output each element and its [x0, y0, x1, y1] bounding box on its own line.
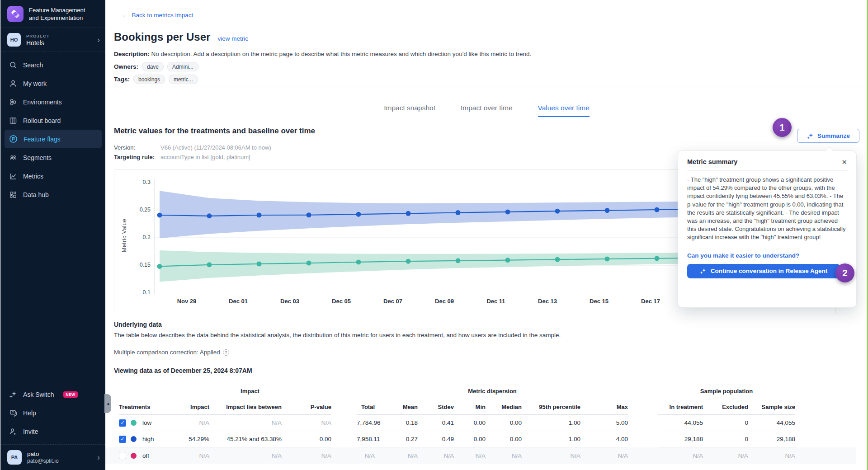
project-switcher[interactable]: HO PROJECT Hotels ›: [1, 28, 105, 52]
sidebar-item-label: Help: [23, 409, 36, 417]
column-header: P-value: [282, 404, 331, 410]
table-cell: 0.41: [418, 419, 454, 426]
table-cell: 54.29%: [169, 436, 209, 442]
table-cell: 44,055: [748, 419, 795, 426]
split-logo-icon: [7, 6, 24, 22]
table-cell: 0.00: [486, 436, 522, 442]
table-row-off: offN/AN/AN/AN/AN/AN/AN/AN/AN/AN/AN/AN/AN…: [105, 447, 856, 464]
tag-chip[interactable]: metric...: [169, 75, 198, 84]
treatment-checkbox[interactable]: [119, 452, 126, 459]
y-tick-label: 0.25: [132, 207, 151, 213]
treatment-name: high: [142, 436, 154, 442]
annotation-step-1-badge: 1: [773, 118, 792, 137]
table-cell: N/A: [454, 452, 486, 459]
viewing-data-timestamp: Viewing data as of December 25, 2024 8:0…: [114, 367, 252, 374]
sparkle-icon: [807, 132, 814, 140]
close-icon[interactable]: ✕: [841, 159, 847, 165]
sidebar-collapse-handle[interactable]: ◂: [104, 394, 111, 413]
tab-impact-over-time[interactable]: Impact over time: [461, 104, 513, 117]
user-menu[interactable]: PA pato pato@split.io ›: [1, 444, 105, 470]
version-label: Version:: [114, 144, 135, 151]
back-link[interactable]: ← Back to metrics impact: [122, 12, 193, 19]
y-tick-label: 0.3: [132, 179, 151, 185]
table-cell: 5.00: [580, 419, 628, 426]
tab-impact-snapshot[interactable]: Impact snapshot: [384, 104, 435, 117]
user-icon: [9, 80, 17, 88]
sidebar-item-my-work[interactable]: My work: [1, 74, 105, 93]
page-title: Bookings per User: [114, 31, 210, 43]
user-email: pato@split.io: [27, 458, 59, 464]
treatment-checkbox[interactable]: ✓: [119, 419, 126, 427]
continue-conversation-button[interactable]: Continue conversation in Release Agent: [687, 264, 840, 278]
description-text: No description. Add a description on the…: [151, 51, 532, 57]
table-cell: N/A: [486, 452, 522, 459]
description-row: Description: No description. Add a descr…: [114, 51, 531, 57]
tab-values-over-time[interactable]: Values over time: [538, 104, 590, 117]
table-cell: 0: [703, 436, 748, 442]
table-cell: 29,188: [658, 436, 703, 442]
sidebar-item-invite[interactable]: Invite: [1, 422, 105, 441]
treatment-name: low: [142, 419, 151, 426]
sidebar-item-rollout-board[interactable]: Rollout board: [1, 111, 105, 130]
table-cell: N/A: [282, 452, 331, 459]
annotation-step-2-badge: 2: [835, 263, 854, 282]
sidebar-item-label: Search: [23, 61, 43, 69]
treatment-checkbox[interactable]: ✓: [119, 436, 126, 443]
sidebar-item-search[interactable]: Search: [1, 56, 105, 74]
table-cell: N/A: [209, 452, 282, 459]
divider: [105, 86, 868, 86]
underlying-data-paragraph: The table below describes the data behin…: [114, 332, 561, 338]
table-cell: 0.27: [375, 436, 418, 442]
column-header: Mean: [375, 404, 418, 410]
info-icon[interactable]: ?: [223, 349, 229, 356]
avatar: PA: [7, 450, 22, 465]
arrow-left-icon: ←: [122, 12, 128, 19]
table-cell: 45.21% and 63.38%: [209, 436, 282, 442]
sidebar-item-label: My work: [23, 80, 47, 87]
make-easier-link[interactable]: Can you make it easier to understand?: [687, 252, 847, 259]
sidebar-item-label: Invite: [23, 428, 38, 435]
table-cell: N/A: [282, 419, 331, 426]
sidebar-item-metrics[interactable]: Metrics: [1, 167, 105, 185]
owner-chip[interactable]: dave: [142, 62, 164, 71]
table-cell: 0.00: [282, 436, 331, 442]
version-row: Version: V66 (Active) (11/27/2024 08:06A…: [114, 144, 135, 151]
sidebar-item-help[interactable]: ? Help: [1, 404, 105, 422]
targeting-rule-row: Targeting rule: accountType in list [gol…: [114, 154, 155, 160]
table-cell: N/A: [169, 419, 209, 426]
treatment-name: off: [142, 452, 149, 459]
sparkle-icon: [9, 390, 17, 399]
view-metric-link[interactable]: view metric: [217, 35, 248, 42]
group-header-sample-population: Sample population: [658, 388, 795, 395]
data-hub-icon: [9, 191, 17, 199]
sidebar-item-segments[interactable]: Segments: [1, 148, 105, 167]
x-tick-label: Nov 29: [177, 298, 197, 305]
underlying-data-table: Impact Metric dispersion Sample populati…: [105, 388, 856, 464]
table-cell: N/A: [703, 452, 748, 459]
table-cell: 0.49: [418, 436, 454, 442]
column-header: Min: [454, 404, 486, 410]
tags-label: Tags:: [114, 76, 130, 83]
table-cell: N/A: [375, 452, 418, 459]
tag-chip[interactable]: bookings: [133, 75, 165, 84]
sidebar-item-feature-flags[interactable]: Feature flags: [5, 130, 102, 148]
sidebar-item-ask-switch[interactable]: Ask Switch NEW: [1, 385, 105, 404]
tags-row: Tags: bookings metric...: [114, 75, 198, 84]
new-badge: NEW: [63, 391, 77, 398]
summarize-button[interactable]: Summarize: [797, 129, 859, 143]
table-cell: 0: [703, 419, 748, 426]
column-header: In treatment: [658, 404, 703, 410]
sidebar-item-environments[interactable]: Environments: [1, 93, 105, 111]
sidebar: Feature Management and Experimentation H…: [0, 0, 105, 470]
rollout-board-icon: [9, 117, 17, 125]
table-cell: 29,188: [748, 436, 795, 442]
divider: [687, 247, 847, 247]
sidebar-item-data-hub[interactable]: Data hub: [1, 185, 105, 204]
app-logo: Feature Management and Experimentation: [1, 0, 105, 28]
search-icon: [9, 61, 17, 69]
table-cell: N/A: [522, 452, 580, 459]
table-cell: 0.00: [486, 419, 522, 426]
owner-chip[interactable]: Admini...: [167, 62, 198, 71]
owners-label: Owners:: [114, 63, 138, 70]
project-label: PROJECT: [26, 33, 50, 38]
